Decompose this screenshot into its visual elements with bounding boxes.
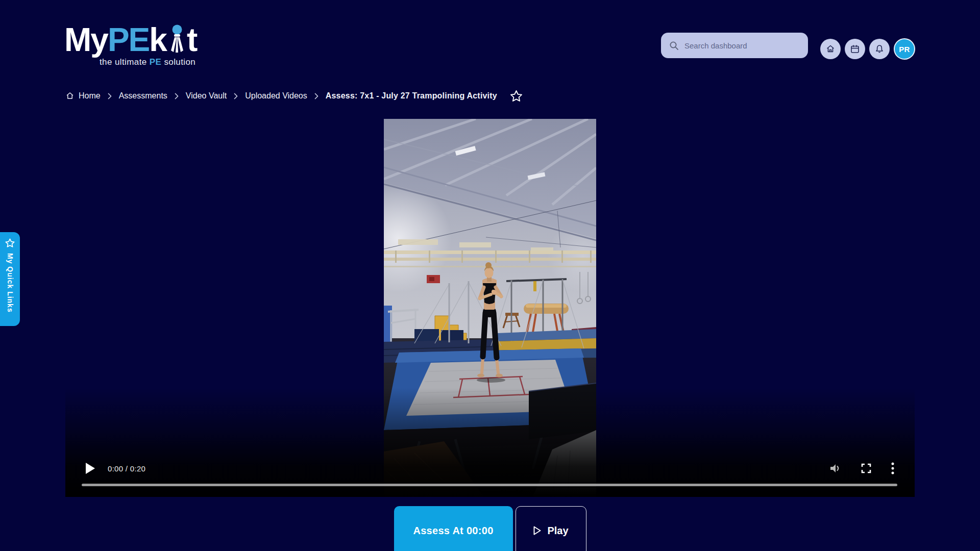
fullscreen-icon bbox=[861, 463, 872, 474]
bell-icon bbox=[874, 44, 885, 54]
more-options-button[interactable] bbox=[891, 462, 894, 474]
volume-icon bbox=[829, 463, 841, 474]
logo-text-pe: PE bbox=[108, 26, 149, 55]
volume-button[interactable] bbox=[829, 463, 841, 474]
search-icon bbox=[669, 41, 679, 51]
play-icon bbox=[86, 463, 95, 474]
home-button[interactable] bbox=[820, 39, 841, 59]
quick-links-label: My Quick Links bbox=[6, 253, 14, 313]
search-input[interactable] bbox=[684, 41, 800, 50]
video-player: 0:00 / 0:20 bbox=[65, 119, 915, 497]
search-bar[interactable] bbox=[661, 33, 808, 58]
logo-text: My bbox=[64, 26, 108, 55]
star-icon bbox=[5, 238, 15, 248]
calendar-button[interactable] bbox=[845, 39, 865, 59]
avatar[interactable]: PR bbox=[894, 38, 915, 60]
favorite-star-icon[interactable] bbox=[509, 89, 523, 103]
play-video-label: Play bbox=[547, 525, 568, 537]
fullscreen-button[interactable] bbox=[861, 463, 872, 474]
video-controls: 0:00 / 0:20 bbox=[65, 458, 915, 479]
logo-tagline: the ultimate PE solution bbox=[64, 57, 197, 67]
app-logo: MyPEk t the ultimate PE solution bbox=[64, 24, 197, 67]
shuttlecock-icon bbox=[168, 24, 186, 54]
breadcrumb-current-page: Assess: 7x1 - July 27 Trampolining Activ… bbox=[326, 91, 497, 101]
video-time: 0:00 / 0:20 bbox=[108, 464, 145, 473]
chevron-right-icon bbox=[234, 93, 238, 99]
video-scene bbox=[384, 119, 596, 497]
chevron-right-icon bbox=[314, 93, 318, 99]
play-pause-button[interactable] bbox=[86, 463, 95, 474]
assess-at-button[interactable]: Assess At 00:00 bbox=[394, 506, 513, 551]
breadcrumb-home-icon bbox=[65, 91, 75, 101]
logo-text-k: k bbox=[149, 26, 166, 55]
kebab-menu-icon bbox=[891, 462, 894, 474]
assessment-actions: Assess At 00:00 Play bbox=[0, 506, 980, 551]
video-progress-bar[interactable] bbox=[82, 484, 897, 486]
chevron-right-icon bbox=[175, 93, 179, 99]
home-icon bbox=[825, 44, 836, 54]
breadcrumb-home-link[interactable]: Home bbox=[65, 91, 101, 101]
breadcrumb: Home Assessments Video Vault Uploaded Vi… bbox=[65, 89, 523, 103]
my-quick-links-tab[interactable]: My Quick Links bbox=[0, 232, 20, 326]
play-outline-icon bbox=[533, 525, 542, 536]
play-video-button[interactable]: Play bbox=[516, 506, 586, 551]
notifications-button[interactable] bbox=[869, 39, 890, 59]
breadcrumb-item-video-vault[interactable]: Video Vault bbox=[186, 91, 227, 101]
video[interactable] bbox=[384, 119, 596, 497]
chevron-right-icon bbox=[108, 93, 112, 99]
breadcrumb-item-uploaded-videos[interactable]: Uploaded Videos bbox=[245, 91, 307, 101]
breadcrumb-item-label: Home bbox=[79, 91, 101, 101]
calendar-icon bbox=[850, 44, 860, 54]
logo-text-t: t bbox=[187, 26, 197, 55]
breadcrumb-item-assessments[interactable]: Assessments bbox=[119, 91, 167, 101]
